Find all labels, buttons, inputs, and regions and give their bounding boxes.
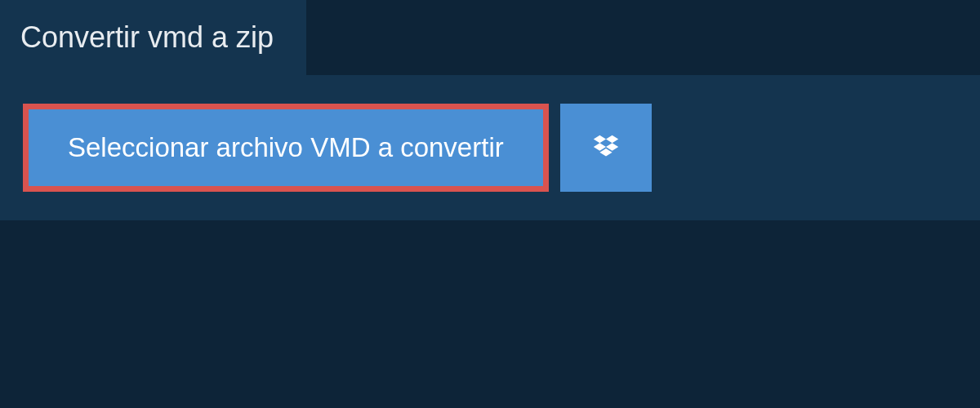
page-title-tab: Convertir vmd a zip <box>0 0 306 75</box>
dropbox-icon <box>590 132 621 163</box>
page-title: Convertir vmd a zip <box>20 20 274 54</box>
button-row: Seleccionar archivo VMD a convertir <box>23 104 957 192</box>
converter-panel: Seleccionar archivo VMD a convertir <box>0 75 980 220</box>
select-file-button[interactable]: Seleccionar archivo VMD a convertir <box>29 109 543 186</box>
dropbox-button[interactable] <box>560 104 652 192</box>
select-file-highlight: Seleccionar archivo VMD a convertir <box>23 104 549 192</box>
select-file-label: Seleccionar archivo VMD a convertir <box>68 132 504 162</box>
